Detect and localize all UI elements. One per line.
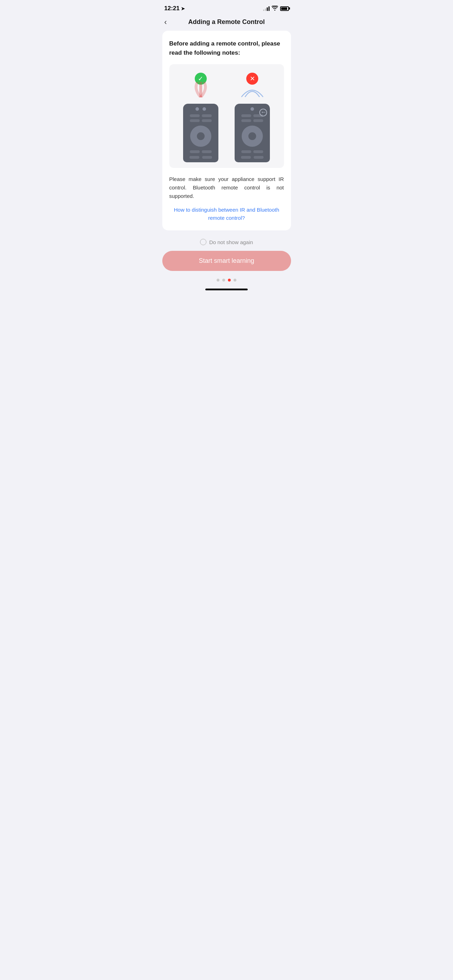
page-dot-4 <box>234 279 236 282</box>
bluetooth-icon: ⭠ <box>259 109 267 116</box>
main-card: Before adding a remote control, please r… <box>162 31 291 231</box>
signal-icon <box>263 6 270 11</box>
status-icons <box>263 6 289 12</box>
do-not-show-row[interactable]: Do not show again <box>200 239 253 245</box>
ir-remote-item: ✓ <box>183 73 218 162</box>
ir-remote-body <box>183 104 218 162</box>
page-dot-2 <box>222 279 225 282</box>
location-icon: ➤ <box>181 6 185 11</box>
home-indicator <box>205 289 248 290</box>
page-dot-1 <box>217 279 219 282</box>
ir-waves-icon <box>187 82 215 97</box>
status-bar: 12:21 ➤ <box>157 0 296 15</box>
notes-title: Before adding a remote control, please r… <box>169 39 284 57</box>
bt-remote-body: ⭠ <box>235 104 270 162</box>
time-label: 12:21 <box>164 5 180 12</box>
page-dot-3 <box>228 279 231 282</box>
bottom-section: Do not show again Start smart learning <box>157 231 296 274</box>
back-button[interactable]: ‹ <box>164 18 167 27</box>
start-smart-learning-button[interactable]: Start smart learning <box>162 251 291 271</box>
do-not-show-label: Do not show again <box>209 239 253 245</box>
page-dots <box>157 274 296 286</box>
battery-icon <box>280 6 289 11</box>
ir-bluetooth-link[interactable]: How to distinguish between IR and Blueto… <box>169 206 284 222</box>
remotes-illustration: ✓ <box>169 64 284 168</box>
bt-remote-item: ✕ <box>235 73 270 162</box>
status-time: 12:21 ➤ <box>164 5 185 12</box>
page-title: Adding a Remote Control <box>188 18 265 26</box>
do-not-show-radio[interactable] <box>200 239 207 245</box>
wifi-icon <box>272 6 278 12</box>
nav-header: ‹ Adding a Remote Control <box>157 15 296 31</box>
bt-waves-icon <box>236 82 268 97</box>
description-text: Please make sure your appliance support … <box>169 175 284 200</box>
